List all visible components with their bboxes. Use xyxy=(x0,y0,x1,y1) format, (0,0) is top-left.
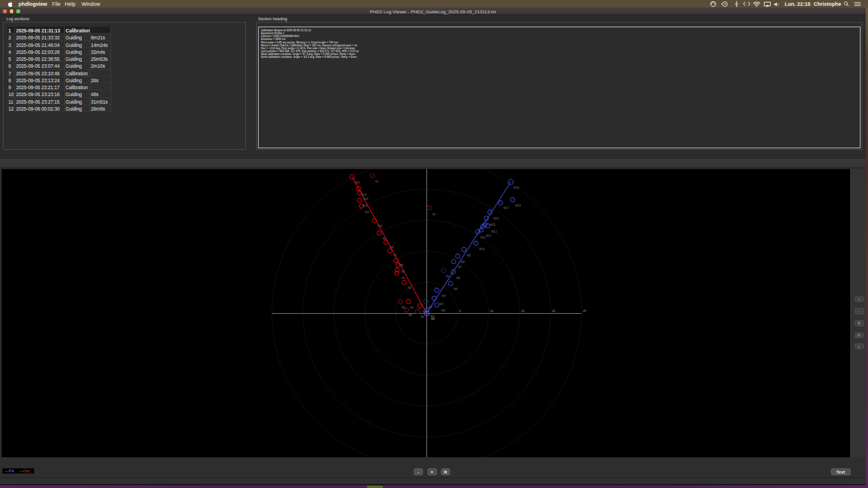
svg-text:B2: B2 xyxy=(409,314,413,317)
svg-text:N8: N8 xyxy=(390,246,393,249)
svg-text:B1: B1 xyxy=(421,315,425,318)
svg-text:W18: W18 xyxy=(516,204,521,207)
svg-text:W16: W16 xyxy=(494,217,499,220)
svg-text:N12: N12 xyxy=(363,204,368,207)
svg-text:N6: N6 xyxy=(400,264,403,267)
svg-text:N1: N1 xyxy=(422,310,426,313)
svg-text:W11: W11 xyxy=(480,236,486,239)
svg-text:W17: W17 xyxy=(503,207,509,210)
svg-text:W2: W2 xyxy=(442,309,446,312)
svg-text:5: 5 xyxy=(459,310,461,313)
svg-text:N15: N15 xyxy=(355,181,360,184)
svg-text:20: 20 xyxy=(552,310,556,313)
svg-text:W7: W7 xyxy=(458,266,462,269)
svg-text:N5: N5 xyxy=(402,270,405,273)
svg-text:W15: W15 xyxy=(490,223,496,226)
svg-text:N11: N11 xyxy=(365,211,370,214)
svg-text:N13: N13 xyxy=(363,197,369,200)
svg-text:E1: E1 xyxy=(446,275,450,278)
svg-text:N7: N7 xyxy=(393,254,397,257)
svg-text:N3: N3 xyxy=(408,287,411,289)
svg-text:S0: S0 xyxy=(432,213,436,216)
svg-text:W9: W9 xyxy=(467,254,471,257)
svg-text:N0: N0 xyxy=(431,318,435,321)
svg-text:W8: W8 xyxy=(461,260,465,263)
svg-text:B3: B3 xyxy=(402,306,406,309)
svg-text:W4: W4 xyxy=(442,295,446,298)
svg-text:10: 10 xyxy=(490,310,494,313)
svg-text:N14: N14 xyxy=(362,193,367,196)
svg-text:W19: W19 xyxy=(514,186,520,189)
svg-text:N10: N10 xyxy=(378,225,383,228)
svg-text:W10: W10 xyxy=(479,248,485,251)
svg-text:25: 25 xyxy=(583,310,587,313)
svg-text:15: 15 xyxy=(521,310,525,313)
svg-text:W12: W12 xyxy=(486,234,492,237)
svg-text:W13: W13 xyxy=(491,230,497,233)
svg-text:N4: N4 xyxy=(402,277,405,280)
svg-text:N2: N2 xyxy=(410,306,414,309)
svg-text:W3: W3 xyxy=(439,303,443,306)
svg-text:W5: W5 xyxy=(454,288,458,291)
svg-text:N9: N9 xyxy=(382,237,386,240)
svg-text:S1: S1 xyxy=(376,180,379,183)
svg-text:E2: E2 xyxy=(429,306,432,309)
svg-text:W6: W6 xyxy=(457,277,461,280)
